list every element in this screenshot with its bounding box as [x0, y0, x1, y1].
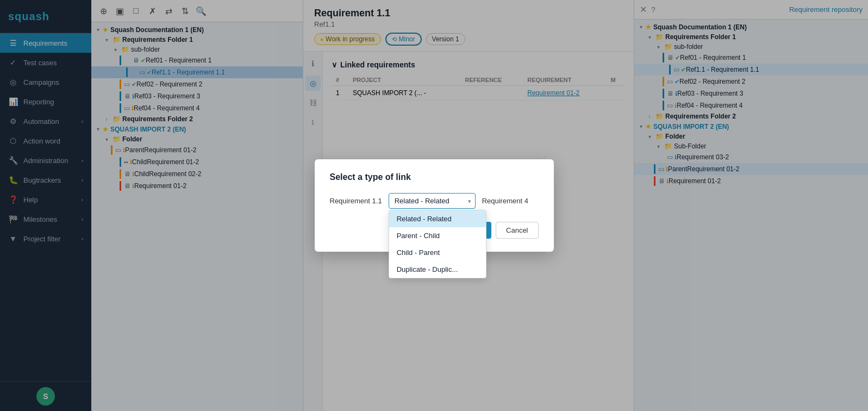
dropdown-item-related-related[interactable]: Related - Related: [389, 210, 486, 227]
dropdown-item-child-parent[interactable]: Child - Parent: [389, 244, 486, 261]
modal-overlay[interactable]: Select a type of link Requirement 1.1 Re…: [0, 0, 868, 411]
cancel-button[interactable]: Cancel: [496, 222, 538, 239]
modal-title: Select a type of link: [330, 172, 539, 182]
dropdown-item-parent-child[interactable]: Parent - Child: [389, 227, 486, 244]
dropdown-list: Related - Related Parent - Child Child -…: [389, 210, 486, 278]
link-type-dropdown-wrapper[interactable]: Related - Related Parent - Child Child -…: [389, 193, 476, 209]
modal-body: Requirement 1.1 Related - Related Parent…: [330, 193, 539, 209]
modal-target-label: Requirement 4: [482, 197, 528, 205]
modal-source-label: Requirement 1.1: [330, 197, 382, 205]
dropdown-item-duplicate[interactable]: Duplicate - Duplic...: [389, 261, 486, 278]
link-type-select[interactable]: Related - Related Parent - Child Child -…: [389, 193, 476, 209]
link-type-modal: Select a type of link Requirement 1.1 Re…: [315, 159, 554, 252]
